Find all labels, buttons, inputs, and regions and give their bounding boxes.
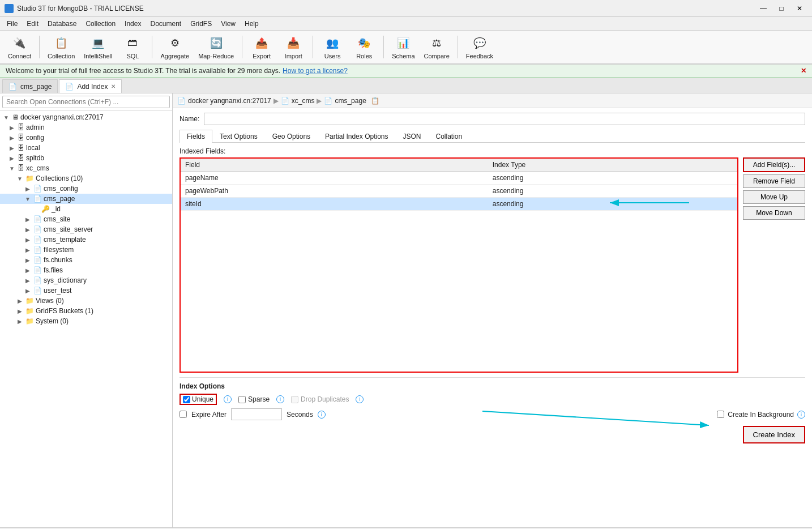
menu-help[interactable]: Help xyxy=(240,19,263,29)
name-input[interactable] xyxy=(204,113,805,125)
menu-gridfs[interactable]: GridFS xyxy=(186,19,216,29)
toolbar-intellishell[interactable]: 💻 IntelliShell xyxy=(80,33,116,62)
expire-left: Expire After Seconds i xyxy=(180,408,326,420)
folder-icon: 📁 xyxy=(25,307,34,315)
collection-icon: 📄 xyxy=(33,225,42,233)
search-input[interactable] xyxy=(2,96,170,108)
toolbar-schema[interactable]: 📊 Schema xyxy=(388,33,418,62)
sidebar-item-config[interactable]: ▶ 🗄 config xyxy=(0,133,172,143)
db-icon: 🗄 xyxy=(18,123,24,131)
feedback-label: Feedback xyxy=(466,53,493,59)
maximize-button[interactable]: □ xyxy=(773,3,789,14)
toolbar-sep-1 xyxy=(39,36,40,58)
menu-document[interactable]: Document xyxy=(146,19,186,29)
connection-label: docker yangnanxi.cn:27017 xyxy=(20,113,104,121)
tab-collation[interactable]: Collation xyxy=(429,130,470,143)
name-label: Name: xyxy=(180,115,199,123)
move-up-button[interactable]: Move Up xyxy=(743,190,805,204)
minimize-button[interactable]: — xyxy=(755,3,771,14)
main-layout: ▼ 🖥 docker yangnanxi.cn:27017 ▶ 🗄 admin … xyxy=(0,93,812,527)
toolbar-mapreduce[interactable]: 🔄 Map-Reduce xyxy=(195,33,237,62)
trial-link[interactable]: How to get a license? xyxy=(283,67,348,75)
menu-collection[interactable]: Collection xyxy=(81,19,120,29)
expire-value-input[interactable] xyxy=(231,408,282,420)
sidebar-item-cms-site-server[interactable]: ▶ 📄 cms_site_server xyxy=(0,224,172,234)
toolbar-connect[interactable]: 🔌 Connect xyxy=(5,33,35,62)
drop-duplicates-checkbox[interactable] xyxy=(291,396,298,403)
sidebar: ▼ 🖥 docker yangnanxi.cn:27017 ▶ 🗄 admin … xyxy=(0,93,173,527)
tab-partial-index-options[interactable]: Partial Index Options xyxy=(318,130,395,143)
close-button[interactable]: ✕ xyxy=(792,3,807,14)
toggle-icon: ▼ xyxy=(8,165,16,172)
unique-checkbox[interactable] xyxy=(183,396,190,403)
sidebar-item-root-connection[interactable]: ▼ 🖥 docker yangnanxi.cn:27017 xyxy=(0,112,172,122)
sidebar-item-cms-page[interactable]: ▼ 📄 cms_page xyxy=(0,194,172,204)
table-row[interactable]: pageNameascending xyxy=(181,172,737,185)
create-index-button[interactable]: Create Index xyxy=(743,426,805,443)
toolbar-import[interactable]: 📥 Import xyxy=(279,33,308,62)
toolbar-compare[interactable]: ⚖ Compare xyxy=(421,33,453,62)
toggle-icon: ▶ xyxy=(8,125,16,131)
toolbar-users[interactable]: 👥 Users xyxy=(318,33,347,62)
expire-checkbox[interactable] xyxy=(180,411,187,418)
sidebar-item-system[interactable]: ▶ 📁 System (0) xyxy=(0,316,172,326)
index-type-cell: ascending xyxy=(488,198,737,211)
remove-field-button[interactable]: Remove Field xyxy=(743,174,805,188)
menu-database[interactable]: Database xyxy=(43,19,81,29)
tab-json[interactable]: JSON xyxy=(396,130,429,143)
fields-table-wrapper: Field Index Type pageNameascendingpageWe… xyxy=(180,157,738,373)
sidebar-item-xc-cms[interactable]: ▼ 🗄 xc_cms xyxy=(0,163,172,173)
tab-close-add-index[interactable]: ✕ xyxy=(111,83,116,89)
sidebar-item-cms-config[interactable]: ▶ 📄 cms_config xyxy=(0,184,172,194)
collection-icon: 📄 xyxy=(33,236,42,244)
breadcrumb: 📄 docker yangnanxi.cn:27017 ▶ 📄 xc_cms ▶… xyxy=(173,93,812,108)
trial-close[interactable]: ✕ xyxy=(801,67,806,75)
mapreduce-label: Map-Reduce xyxy=(198,53,234,59)
table-row[interactable]: pageWebPathascending xyxy=(181,185,737,198)
sidebar-item-sys-dictionary[interactable]: ▶ 📄 sys_dictionary xyxy=(0,275,172,285)
menu-file[interactable]: File xyxy=(2,19,22,29)
toolbar-collection[interactable]: 📋 Collection xyxy=(44,33,78,62)
sidebar-item-local[interactable]: ▶ 🗄 local xyxy=(0,143,172,153)
collection-label: cms_page xyxy=(44,195,75,203)
tab-add-index[interactable]: 📄 Add Index ✕ xyxy=(59,79,122,93)
menu-index[interactable]: Index xyxy=(120,19,146,29)
move-down-button[interactable]: Move Down xyxy=(743,206,805,220)
sidebar-item-fs-files[interactable]: ▶ 📄 fs.files xyxy=(0,265,172,275)
add-fields-button[interactable]: Add Field(s)... xyxy=(743,157,805,172)
tab-geo-options[interactable]: Geo Options xyxy=(265,130,318,143)
name-row: Name: xyxy=(180,113,805,125)
toolbar-export[interactable]: 📤 Export xyxy=(247,33,276,62)
table-row[interactable]: siteIdascending xyxy=(181,198,737,211)
sidebar-item-id[interactable]: 🔑 _id xyxy=(0,204,172,214)
toggle-icon: ▶ xyxy=(24,186,32,192)
sidebar-item-gridfs[interactable]: ▶ 📁 GridFS Buckets (1) xyxy=(0,306,172,316)
fields-table: Field Index Type pageNameascendingpageWe… xyxy=(181,159,737,211)
collection-label: cms_template xyxy=(44,236,86,244)
intellishell-icon: 💻 xyxy=(90,35,106,51)
tab-text-options[interactable]: Text Options xyxy=(212,130,265,143)
sidebar-item-filesystem[interactable]: ▶ 📄 filesystem xyxy=(0,245,172,255)
collection-label: user_test xyxy=(44,287,71,295)
tab-cms-page[interactable]: 📄 cms_page xyxy=(2,79,58,93)
menu-edit[interactable]: Edit xyxy=(22,19,43,29)
sidebar-item-spitdb[interactable]: ▶ 🗄 spitdb xyxy=(0,153,172,163)
sidebar-item-cms-site[interactable]: ▶ 📄 cms_site xyxy=(0,214,172,224)
toolbar-roles[interactable]: 🎭 Roles xyxy=(349,33,379,62)
sidebar-item-collections[interactable]: ▼ 📁 Collections (10) xyxy=(0,173,172,184)
sidebar-item-user-test[interactable]: ▶ 📄 user_test xyxy=(0,285,172,296)
titlebar: Studio 3T for MongoDB - TRIAL LICENSE — … xyxy=(0,0,812,17)
toolbar-aggregate[interactable]: ⚙ Aggregate xyxy=(157,33,193,62)
create-in-background-checkbox[interactable] xyxy=(717,411,724,418)
sidebar-item-cms-template[interactable]: ▶ 📄 cms_template xyxy=(0,234,172,245)
collection-label: cms_config xyxy=(44,185,78,193)
tab-fields[interactable]: Fields xyxy=(180,130,212,143)
sidebar-item-fs-chunks[interactable]: ▶ 📄 fs.chunks xyxy=(0,255,172,265)
sparse-checkbox[interactable] xyxy=(238,396,246,403)
toolbar-sql[interactable]: 🗃 SQL xyxy=(118,33,147,62)
sidebar-item-views[interactable]: ▶ 📁 Views (0) xyxy=(0,296,172,306)
menu-view[interactable]: View xyxy=(216,19,240,29)
toolbar-feedback[interactable]: 💬 Feedback xyxy=(463,33,497,62)
users-label: Users xyxy=(324,53,341,59)
sidebar-item-admin[interactable]: ▶ 🗄 admin xyxy=(0,122,172,133)
